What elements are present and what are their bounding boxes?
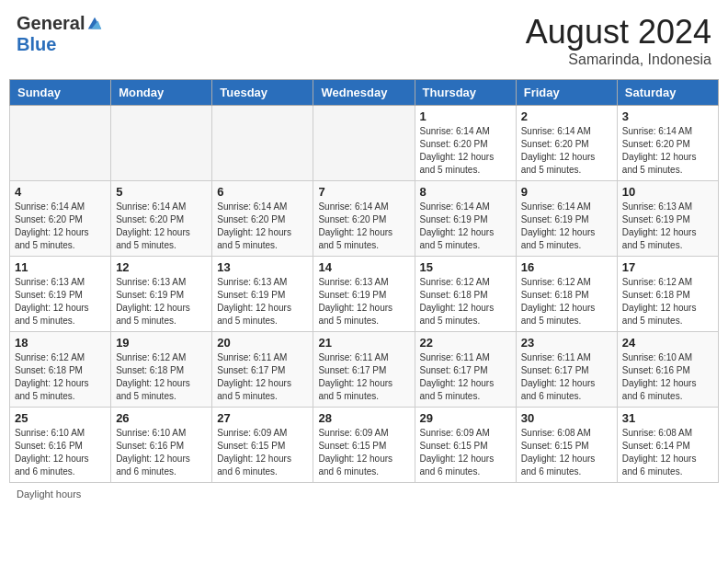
- day-info: Sunrise: 6:12 AM Sunset: 6:18 PM Dayligh…: [521, 276, 612, 327]
- calendar-cell: [10, 106, 111, 181]
- calendar-cell: 17Sunrise: 6:12 AM Sunset: 6:18 PM Dayli…: [617, 257, 718, 332]
- week-row-0: 1Sunrise: 6:14 AM Sunset: 6:20 PM Daylig…: [10, 106, 719, 181]
- day-number: 24: [622, 336, 713, 350]
- day-number: 23: [521, 336, 612, 350]
- weekday-monday: Monday: [111, 80, 212, 106]
- calendar-cell: [111, 106, 212, 181]
- day-info: Sunrise: 6:09 AM Sunset: 6:15 PM Dayligh…: [318, 427, 409, 478]
- day-info: Sunrise: 6:13 AM Sunset: 6:19 PM Dayligh…: [318, 276, 409, 327]
- day-number: 11: [15, 260, 106, 274]
- day-number: 6: [217, 185, 308, 199]
- weekday-wednesday: Wednesday: [313, 80, 415, 106]
- day-number: 22: [420, 336, 511, 350]
- day-number: 13: [217, 260, 308, 274]
- calendar-cell: 27Sunrise: 6:09 AM Sunset: 6:15 PM Dayli…: [212, 408, 313, 483]
- day-info: Sunrise: 6:13 AM Sunset: 6:19 PM Dayligh…: [116, 276, 207, 327]
- day-number: 20: [217, 336, 308, 350]
- day-info: Sunrise: 6:13 AM Sunset: 6:19 PM Dayligh…: [622, 201, 713, 252]
- calendar-cell: 3Sunrise: 6:14 AM Sunset: 6:20 PM Daylig…: [617, 106, 718, 181]
- day-number: 17: [622, 260, 713, 274]
- calendar-cell: 15Sunrise: 6:12 AM Sunset: 6:18 PM Dayli…: [415, 257, 516, 332]
- day-number: 25: [15, 411, 106, 425]
- calendar: SundayMondayTuesdayWednesdayThursdayFrid…: [9, 79, 719, 483]
- daylight-label: Daylight hours: [17, 488, 81, 500]
- day-number: 29: [420, 411, 511, 425]
- calendar-cell: 1Sunrise: 6:14 AM Sunset: 6:20 PM Daylig…: [415, 106, 516, 181]
- weekday-tuesday: Tuesday: [212, 80, 313, 106]
- logo-icon: [86, 16, 103, 32]
- calendar-cell: [313, 106, 415, 181]
- calendar-cell: 7Sunrise: 6:14 AM Sunset: 6:20 PM Daylig…: [313, 181, 415, 257]
- calendar-cell: 10Sunrise: 6:13 AM Sunset: 6:19 PM Dayli…: [617, 181, 718, 257]
- day-info: Sunrise: 6:12 AM Sunset: 6:18 PM Dayligh…: [420, 276, 511, 327]
- calendar-cell: 11Sunrise: 6:13 AM Sunset: 6:19 PM Dayli…: [10, 257, 111, 332]
- calendar-cell: 23Sunrise: 6:11 AM Sunset: 6:17 PM Dayli…: [516, 332, 617, 408]
- weekday-header-row: SundayMondayTuesdayWednesdayThursdayFrid…: [10, 80, 719, 106]
- day-info: Sunrise: 6:08 AM Sunset: 6:14 PM Dayligh…: [622, 427, 713, 478]
- day-number: 7: [318, 185, 409, 199]
- calendar-cell: 13Sunrise: 6:13 AM Sunset: 6:19 PM Dayli…: [212, 257, 313, 332]
- calendar-cell: 20Sunrise: 6:11 AM Sunset: 6:17 PM Dayli…: [212, 332, 313, 408]
- day-number: 15: [420, 260, 511, 274]
- day-info: Sunrise: 6:12 AM Sunset: 6:18 PM Dayligh…: [15, 351, 106, 403]
- day-info: Sunrise: 6:10 AM Sunset: 6:16 PM Dayligh…: [15, 427, 106, 478]
- calendar-cell: 28Sunrise: 6:09 AM Sunset: 6:15 PM Dayli…: [313, 408, 415, 483]
- day-info: Sunrise: 6:12 AM Sunset: 6:18 PM Dayligh…: [622, 276, 713, 327]
- weekday-thursday: Thursday: [415, 80, 516, 106]
- calendar-cell: 6Sunrise: 6:14 AM Sunset: 6:20 PM Daylig…: [212, 181, 313, 257]
- day-number: 21: [318, 336, 409, 350]
- logo: General Blue: [17, 13, 103, 55]
- calendar-cell: 9Sunrise: 6:14 AM Sunset: 6:19 PM Daylig…: [516, 181, 617, 257]
- calendar-cell: 22Sunrise: 6:11 AM Sunset: 6:17 PM Dayli…: [415, 332, 516, 408]
- weekday-sunday: Sunday: [10, 80, 111, 106]
- calendar-cell: 16Sunrise: 6:12 AM Sunset: 6:18 PM Dayli…: [516, 257, 617, 332]
- day-info: Sunrise: 6:10 AM Sunset: 6:16 PM Dayligh…: [116, 427, 207, 478]
- day-info: Sunrise: 6:11 AM Sunset: 6:17 PM Dayligh…: [318, 351, 409, 403]
- week-row-3: 18Sunrise: 6:12 AM Sunset: 6:18 PM Dayli…: [10, 332, 719, 408]
- day-info: Sunrise: 6:14 AM Sunset: 6:19 PM Dayligh…: [420, 201, 511, 252]
- day-number: 9: [521, 185, 612, 199]
- day-number: 31: [622, 411, 713, 425]
- day-number: 3: [622, 109, 713, 123]
- day-info: Sunrise: 6:10 AM Sunset: 6:16 PM Dayligh…: [622, 351, 713, 403]
- day-number: 28: [318, 411, 409, 425]
- day-number: 5: [116, 185, 207, 199]
- location: Samarinda, Indonesia: [526, 52, 711, 68]
- day-number: 14: [318, 260, 409, 274]
- day-info: Sunrise: 6:12 AM Sunset: 6:18 PM Dayligh…: [116, 351, 207, 403]
- calendar-cell: 12Sunrise: 6:13 AM Sunset: 6:19 PM Dayli…: [111, 257, 212, 332]
- day-info: Sunrise: 6:14 AM Sunset: 6:20 PM Dayligh…: [521, 125, 612, 177]
- logo-blue-text: Blue: [17, 34, 56, 55]
- day-info: Sunrise: 6:08 AM Sunset: 6:15 PM Dayligh…: [521, 427, 612, 478]
- day-number: 1: [420, 109, 511, 123]
- footer-note: Daylight hours: [9, 488, 719, 500]
- calendar-cell: 26Sunrise: 6:10 AM Sunset: 6:16 PM Dayli…: [111, 408, 212, 483]
- calendar-cell: 24Sunrise: 6:10 AM Sunset: 6:16 PM Dayli…: [617, 332, 718, 408]
- day-number: 18: [15, 336, 106, 350]
- week-row-1: 4Sunrise: 6:14 AM Sunset: 6:20 PM Daylig…: [10, 181, 719, 257]
- day-number: 8: [420, 185, 511, 199]
- calendar-cell: 30Sunrise: 6:08 AM Sunset: 6:15 PM Dayli…: [516, 408, 617, 483]
- day-number: 19: [116, 336, 207, 350]
- day-info: Sunrise: 6:14 AM Sunset: 6:20 PM Dayligh…: [217, 201, 308, 252]
- day-number: 27: [217, 411, 308, 425]
- week-row-4: 25Sunrise: 6:10 AM Sunset: 6:16 PM Dayli…: [10, 408, 719, 483]
- calendar-cell: 5Sunrise: 6:14 AM Sunset: 6:20 PM Daylig…: [111, 181, 212, 257]
- day-number: 30: [521, 411, 612, 425]
- weekday-saturday: Saturday: [617, 80, 718, 106]
- day-info: Sunrise: 6:11 AM Sunset: 6:17 PM Dayligh…: [521, 351, 612, 403]
- day-info: Sunrise: 6:14 AM Sunset: 6:20 PM Dayligh…: [15, 201, 106, 252]
- day-number: 26: [116, 411, 207, 425]
- calendar-cell: 25Sunrise: 6:10 AM Sunset: 6:16 PM Dayli…: [10, 408, 111, 483]
- day-number: 10: [622, 185, 713, 199]
- day-info: Sunrise: 6:13 AM Sunset: 6:19 PM Dayligh…: [217, 276, 308, 327]
- calendar-cell: 2Sunrise: 6:14 AM Sunset: 6:20 PM Daylig…: [516, 106, 617, 181]
- calendar-cell: 8Sunrise: 6:14 AM Sunset: 6:19 PM Daylig…: [415, 181, 516, 257]
- day-info: Sunrise: 6:14 AM Sunset: 6:20 PM Dayligh…: [318, 201, 409, 252]
- day-number: 2: [521, 109, 612, 123]
- day-info: Sunrise: 6:11 AM Sunset: 6:17 PM Dayligh…: [420, 351, 511, 403]
- calendar-cell: 14Sunrise: 6:13 AM Sunset: 6:19 PM Dayli…: [313, 257, 415, 332]
- day-number: 4: [15, 185, 106, 199]
- calendar-cell: 29Sunrise: 6:09 AM Sunset: 6:15 PM Dayli…: [415, 408, 516, 483]
- day-number: 12: [116, 260, 207, 274]
